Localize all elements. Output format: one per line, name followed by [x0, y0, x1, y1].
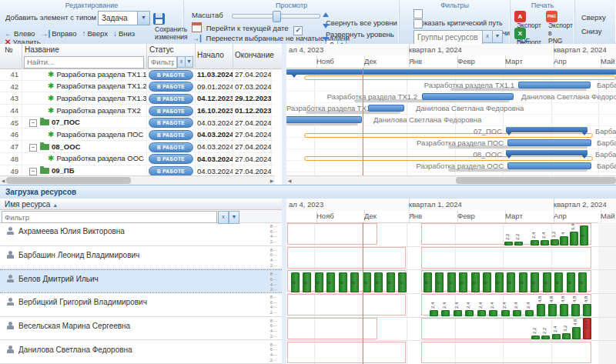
task-row[interactable]: 48✱Разработка раздела ООСВ РАБОТЕ04.03.2… [0, 153, 275, 165]
parent-summary-bar[interactable] [286, 69, 616, 75]
load-bar[interactable] [514, 242, 523, 245]
load-bar[interactable] [560, 304, 568, 316]
clipped-item-1[interactable]: Сверху [581, 13, 616, 22]
load-bar-label: 8 [579, 282, 584, 284]
task-bar[interactable] [518, 82, 591, 88]
save-button[interactable]: Сохранить изменения [153, 13, 182, 42]
resource-filter-input[interactable] [2, 211, 217, 223]
load-bar[interactable] [489, 310, 497, 316]
resources-header-bar[interactable]: Загрузка ресурсов [0, 185, 616, 200]
column-start[interactable]: Начало [195, 44, 233, 68]
scrollbar-thumb[interactable] [456, 177, 616, 184]
gantt-hscrollbar[interactable]: ◀ [286, 175, 616, 185]
load-bar[interactable] [531, 336, 540, 339]
task-num: 48 [0, 155, 18, 166]
load-bar-label: 2,4 [430, 302, 435, 308]
start-date: 16.10.2023 [197, 106, 233, 118]
task-bar[interactable] [507, 162, 591, 169]
task-row[interactable]: 44✱Разработка раздела ТХ2В РАБОТЕ16.10.2… [0, 105, 275, 117]
task-row[interactable]: 42✱Разработка раздела ТХ1.2В РАБОТЕ09.01… [0, 81, 275, 93]
load-bar-label: 8 [472, 282, 477, 284]
summary-bar[interactable] [506, 127, 588, 132]
resource-row[interactable]: Вербицкий Григорий Владимирович8—6—4—2— [0, 293, 282, 317]
load-bar[interactable] [570, 232, 578, 245]
toolbar-section-filters: Фильтры Показать критический путь Скрыть… [400, 1, 511, 42]
task-bar[interactable] [422, 93, 514, 100]
summary-bar[interactable] [506, 150, 588, 155]
task-row[interactable]: 43✱Разработка раздела ТХ1.3В РАБОТЕ04.12… [0, 92, 275, 105]
export-png-button[interactable]: PNG Экспорт в PNG [546, 11, 575, 45]
status-badge: В РАБОТЕ [149, 94, 193, 104]
task-row[interactable]: 45−07_ПОСВ РАБОТЕ04.03.202427.04.2024 [0, 117, 275, 129]
scrollbar-thumb[interactable] [6, 177, 131, 184]
status-filter-input[interactable] [148, 56, 177, 68]
resource-row[interactable]: Барбашин Леонид Владимирович8—6—4—2— [0, 246, 282, 270]
load-bar[interactable] [537, 304, 545, 316]
clipped-item-2[interactable]: Снизу [581, 27, 616, 35]
column-status[interactable]: Статус x ▼ [146, 44, 196, 68]
task-row[interactable]: 49−09_ПБВ РАБОТЕ04.03.202427.04.2024 [0, 165, 275, 176]
assignment-range-box [287, 294, 406, 316]
axis-tick-label: 6— [263, 252, 277, 257]
resource-row[interactable]: Весельская Марина Сергеевна8—6—4—2— [0, 317, 282, 341]
task-name-filter-input[interactable] [24, 56, 144, 68]
task-num: 49 [0, 167, 18, 176]
resource-groups-combo[interactable]: Группы ресурсов [413, 30, 483, 45]
load-bar[interactable] [571, 304, 580, 316]
load-bar[interactable] [525, 310, 534, 316]
gantt-task-label: 07_ПОС [286, 127, 502, 135]
scroll-left-icon[interactable]: ◀ [286, 176, 293, 185]
load-bar[interactable] [454, 310, 462, 316]
collapse-expander-icon[interactable]: − [29, 119, 37, 127]
task-row[interactable]: 46✱Разработка раздела ПОСВ РАБОТЕ04.03.2… [0, 129, 275, 141]
clear-filter-icon[interactable]: x [482, 30, 493, 43]
load-bar-label: 4 [561, 232, 565, 234]
load-bar-label: 8 [363, 282, 368, 284]
load-bar[interactable] [541, 240, 549, 245]
load-bar[interactable] [562, 333, 571, 339]
column-name[interactable]: Название [22, 44, 147, 68]
load-bar[interactable] [531, 240, 539, 245]
section-title: Фильтры [400, 2, 510, 9]
column-divider [146, 165, 147, 176]
task-row[interactable]: 47−08_ООСВ РАБОТЕ04.03.202427.04.2024 [0, 141, 275, 153]
collapse-expander-icon[interactable]: − [29, 144, 37, 152]
load-bar[interactable] [583, 304, 591, 316]
chevron-down-icon[interactable]: ▼ [185, 56, 193, 68]
task-bar[interactable] [507, 139, 591, 146]
load-bar[interactable] [541, 336, 550, 339]
load-bar[interactable] [430, 310, 438, 316]
load-bar[interactable] [501, 310, 510, 316]
load-bar[interactable] [551, 239, 559, 245]
load-bar[interactable] [441, 310, 450, 316]
task-bar[interactable] [286, 116, 362, 123]
scale-slider[interactable] [232, 14, 320, 18]
chevron-down-icon[interactable]: ▼ [137, 12, 149, 25]
влево-button[interactable]: ←Влево [5, 29, 35, 38]
resource-name-column-header[interactable]: Имя ресурса ▲ [0, 199, 282, 210]
load-bar[interactable] [513, 310, 521, 316]
collapse-expander-icon[interactable]: − [29, 168, 37, 175]
load-bar[interactable] [465, 310, 474, 316]
resource-row[interactable]: Белов Дмитрий Ильич8—6—4—2— [0, 269, 282, 293]
task-bar[interactable] [368, 105, 404, 112]
вверх-button[interactable]: ↑Вверх [82, 29, 108, 38]
element-type-combo[interactable]: Задача ▼ [98, 11, 150, 25]
load-bar[interactable] [548, 304, 557, 316]
вправо-button[interactable]: →|Вправо [40, 29, 76, 38]
load-bar[interactable] [572, 327, 581, 339]
column-end[interactable]: Окончание [233, 44, 275, 68]
load-bar[interactable] [504, 242, 513, 245]
scale-slider-thumb[interactable] [273, 11, 281, 22]
resource-row[interactable]: Ахрамеева Юлия Викторовна8—6—4—2— [0, 222, 282, 246]
resource-row[interactable]: Данилова Светлана Федоровна8—6—4—2— [0, 341, 282, 364]
gantt-resource-label: Барбашин Леонид Владимирович [597, 162, 616, 170]
load-bar[interactable] [477, 310, 486, 316]
load-bar[interactable] [552, 334, 561, 339]
column-num[interactable]: № [0, 44, 22, 68]
chevron-down-icon[interactable]: ▼ [492, 30, 503, 43]
task-row[interactable]: 41✱Разработка раздела ТХ1.1В РАБОТЕ11.03… [0, 68, 275, 81]
task-icon: ✱ [48, 82, 54, 90]
вниз-button[interactable]: ↓Вниз [113, 29, 135, 38]
load-bar[interactable] [560, 236, 568, 245]
